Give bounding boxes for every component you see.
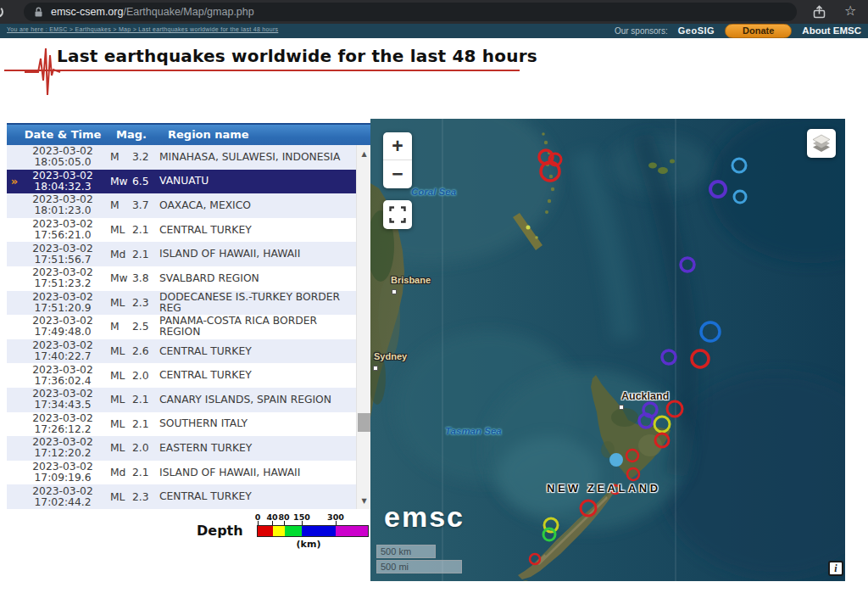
table-row[interactable]: 2023-03-0217:36:02.4ML2.0CENTRAL TURKEY xyxy=(7,363,356,388)
depth-segment xyxy=(285,526,303,536)
layers-button[interactable] xyxy=(807,129,836,158)
table-body: 2023-03-0218:05:05.0M3.2MINAHASA, SULAWE… xyxy=(7,145,370,509)
cell-mag: 6.5 xyxy=(132,176,159,187)
cell-region: SVALBARD REGION xyxy=(159,273,356,284)
sponsor-link[interactable]: GeoSIG xyxy=(678,25,715,36)
cell-mag: 2.1 xyxy=(132,467,159,478)
quake-table: Date & Time Mag. Region name 2023-03-021… xyxy=(7,123,370,509)
cell-mag-type: ML xyxy=(103,345,132,357)
cell-region: MINAHASA, SULAWESI, INDONESIA xyxy=(159,152,356,163)
cell-mag-type: Mw xyxy=(103,176,132,187)
cell-region: VANUATU xyxy=(159,176,356,187)
quake-marker[interactable] xyxy=(610,454,622,466)
share-icon[interactable] xyxy=(812,5,826,20)
lock-icon xyxy=(34,7,43,18)
cell-mag: 2.1 xyxy=(132,224,159,236)
table-row[interactable]: 2023-03-0217:56:21.0ML2.1CENTRAL TURKEY xyxy=(7,218,356,243)
page: emsc-csem.org/Earthquake/Map/gmap.php ☆ … xyxy=(0,0,868,593)
cell-mag-type: M xyxy=(103,199,132,211)
sponsors-label: Our sponsors: xyxy=(615,26,668,36)
new-zealand-label: NEW ZEALAND xyxy=(547,482,661,495)
depth-tick-mark xyxy=(336,521,337,525)
cell-datetime: 2023-03-0217:09:19.6 xyxy=(22,462,103,484)
sydney-label: Sydney xyxy=(374,351,407,361)
table-row[interactable]: 2023-03-0217:40:22.7ML2.6CENTRAL TURKEY xyxy=(7,339,356,364)
cell-mag: 2.3 xyxy=(132,297,159,309)
fullscreen-icon xyxy=(389,206,406,223)
table-header: Date & Time Mag. Region name xyxy=(7,123,370,145)
cell-mag: 3.8 xyxy=(132,272,159,284)
col-magnitude[interactable]: Mag. xyxy=(103,128,159,141)
table-row[interactable]: »2023-03-0218:04:32.3Mw6.5VANUATU xyxy=(7,170,356,194)
depth-segment xyxy=(273,526,285,536)
cell-datetime: 2023-03-0218:01:23.0 xyxy=(22,194,103,216)
table-row[interactable]: 2023-03-0218:01:23.0M3.7OAXACA, MEXICO xyxy=(7,193,356,218)
cell-datetime: 2023-03-0217:56:21.0 xyxy=(22,219,103,241)
table-row[interactable]: 2023-03-0217:26:12.2ML2.1SOUTHERN ITALY xyxy=(7,412,356,437)
scroll-up-arrow[interactable]: ▲ xyxy=(357,147,371,160)
cell-datetime: 2023-03-0217:49:48.0 xyxy=(22,316,103,338)
donate-button[interactable]: Donate xyxy=(725,24,792,38)
cell-region: SOUTHERN ITALY xyxy=(159,418,356,429)
table-row[interactable]: 2023-03-0217:12:20.2ML2.0EASTERN TURKEY xyxy=(7,436,356,461)
table-row[interactable]: 2023-03-0217:51:23.2Mw3.8SVALBARD REGION xyxy=(7,266,356,291)
cell-mag-type: M xyxy=(103,151,132,163)
table-row[interactable]: 2023-03-0217:49:48.0M2.5PANAMA-COSTA RIC… xyxy=(7,315,356,339)
cell-mag-type: ML xyxy=(103,418,132,430)
col-region-name[interactable]: Region name xyxy=(159,128,370,141)
table-scrollbar[interactable]: ▲ ▼ xyxy=(356,145,370,509)
table-row[interactable]: 2023-03-0217:51:20.9ML2.3DODECANESE IS.-… xyxy=(7,291,356,316)
breadcrumb[interactable]: You are here : EMSC > Earthquakes > Map … xyxy=(7,26,278,38)
cell-datetime: 2023-03-0217:51:56.7 xyxy=(22,243,103,266)
brisbane-dot xyxy=(392,289,397,294)
seismograph-icon xyxy=(25,47,60,98)
cell-mag-type: M xyxy=(103,321,132,333)
tasman-sea-label: Tasman Sea xyxy=(445,426,502,436)
url-text: emsc-csem.org/Earthquake/Map/gmap.php xyxy=(51,6,254,18)
table-row[interactable]: 2023-03-0217:51:56.7Md2.1ISLAND OF HAWAI… xyxy=(7,242,356,266)
zoom-out-button[interactable]: − xyxy=(383,160,412,188)
scrollbar-thumb[interactable] xyxy=(358,413,370,432)
bookmark-star-icon[interactable]: ☆ xyxy=(844,3,856,19)
cell-region: ISLAND OF HAWAII, HAWAII xyxy=(159,249,356,260)
cell-region: CANARY ISLANDS, SPAIN REGION xyxy=(159,394,356,406)
cell-region: CENTRAL TURKEY xyxy=(159,346,356,357)
zoom-in-button[interactable]: + xyxy=(383,132,412,160)
cell-mag: 2.1 xyxy=(132,249,159,260)
cell-mag: 3.7 xyxy=(132,199,159,211)
url-path: /Earthquake/Map/gmap.php xyxy=(123,6,253,18)
depth-legend: Depth 04080150300 (km) xyxy=(7,512,370,557)
brisbane-label: Brisbane xyxy=(391,275,431,285)
cell-datetime: 2023-03-0217:51:20.9 xyxy=(22,292,103,314)
cell-datetime: 2023-03-0218:04:32.3 xyxy=(22,171,103,193)
cell-mag-type: ML xyxy=(103,370,132,382)
cell-region: CENTRAL TURKEY xyxy=(159,491,356,502)
site-navbar: You are here : EMSC > Earthquakes > Map … xyxy=(0,24,868,38)
table-row[interactable]: 2023-03-0217:02:44.2ML2.3CENTRAL TURKEY xyxy=(7,484,356,509)
cell-region: CENTRAL TURKEY xyxy=(159,370,356,381)
scroll-down-arrow[interactable]: ▼ xyxy=(357,494,371,507)
about-emsc-link[interactable]: About EMSC xyxy=(802,25,861,36)
fullscreen-button[interactable] xyxy=(383,200,412,229)
table-row[interactable]: 2023-03-0218:05:05.0M3.2MINAHASA, SULAWE… xyxy=(7,145,356,170)
depth-tick-mark xyxy=(272,521,273,525)
col-date-time[interactable]: Date & Time xyxy=(22,128,103,141)
quake-rows: 2023-03-0218:05:05.0M3.2MINAHASA, SULAWE… xyxy=(7,145,356,509)
depth-unit: (km) xyxy=(297,539,321,550)
navbar-right: Our sponsors: GeoSIG Donate About EMSC xyxy=(615,25,861,38)
attribution-button[interactable]: i xyxy=(828,561,843,576)
url-field[interactable]: emsc-csem.org/Earthquake/Map/gmap.php xyxy=(24,3,797,21)
earthquake-map[interactable]: Coral Sea Tasman Sea Brisbane Sydney Auc… xyxy=(370,119,845,581)
cell-datetime: 2023-03-0217:02:44.2 xyxy=(22,486,103,508)
cell-datetime: 2023-03-0217:51:23.2 xyxy=(22,267,103,289)
cell-datetime: 2023-03-0217:34:43.5 xyxy=(22,389,103,411)
depth-tick-mark xyxy=(302,521,303,525)
cell-mag-type: ML xyxy=(103,394,132,406)
cell-datetime: 2023-03-0218:05:05.0 xyxy=(22,146,103,168)
table-row[interactable]: 2023-03-0217:34:43.5ML2.1CANARY ISLANDS,… xyxy=(7,388,356,412)
cell-region: CENTRAL TURKEY xyxy=(159,225,356,236)
cell-mag-type: ML xyxy=(103,297,132,309)
table-row[interactable]: 2023-03-0217:09:19.6Md2.1ISLAND OF HAWAI… xyxy=(7,461,356,485)
cell-mag-type: ML xyxy=(103,224,132,236)
refresh-icon[interactable] xyxy=(0,5,8,19)
